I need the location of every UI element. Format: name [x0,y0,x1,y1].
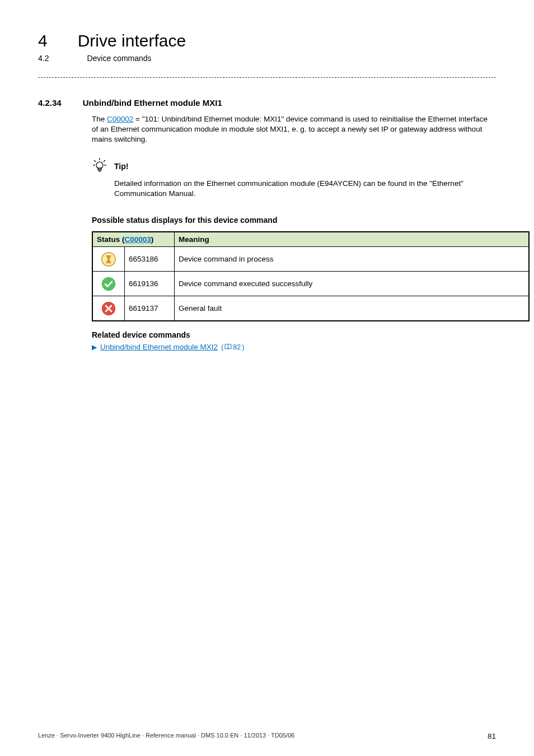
check-icon [97,277,120,291]
subsection-number: 4.2 [38,54,49,63]
subsection-header: 4.2 Device commands [38,54,496,63]
svg-line-2 [104,160,105,162]
footer-text: Lenze · Servo-Inverter 9400 HighLine · R… [38,732,294,740]
status-table: Status (C00003) Meaning [92,231,530,321]
status-meaning: General fault [175,296,529,321]
page-footer: Lenze · Servo-Inverter 9400 HighLine · R… [38,732,496,740]
th-status-post: ) [151,235,154,244]
related-link[interactable]: Unbind/bind Ethernet module MXI2 [100,343,218,351]
page-ref-num: 82 [233,343,241,351]
subsection-title: Device commands [87,54,151,63]
book-icon [224,343,232,351]
related-link-row: ▶ Unbind/bind Ethernet module MXI2 ( 82 … [92,343,496,351]
tip-label: Tip! [114,162,128,171]
code-link-c00003[interactable]: C00003 [125,235,151,244]
status-meaning: Device command executed successfully [175,272,529,296]
svg-point-5 [96,162,103,169]
chapter-title: Drive interface [78,31,186,50]
divider [38,77,496,78]
intro-paragraph: The C00002 = "101: Unbind/bind Ethernet … [92,114,496,145]
page-ref[interactable]: ( 82 ) [221,343,244,351]
section-title: Unbind/bind Ethernet module MXI1 [83,98,222,108]
svg-line-1 [94,160,96,162]
section-header: 4.2.34 Unbind/bind Ethernet module MXI1 [38,98,496,108]
code-link-c00002[interactable]: C00002 [107,115,133,123]
intro-mid: = "101: Unbind/bind Ethernet module: MXI… [92,115,488,143]
table-row: 6619136 Device command executed successf… [93,272,529,296]
th-status-pre: Status ( [97,235,125,244]
right-arrow-icon: ▶ [92,343,97,351]
svg-rect-10 [106,255,111,256]
table-row: 6653186 Device command in process [93,247,529,272]
lightbulb-icon [92,157,107,175]
section-number: 4.2.34 [38,98,62,108]
status-icon-cell [93,272,125,296]
status-icon-cell [93,296,125,321]
hourglass-icon [97,252,120,267]
status-meaning: Device command in process [175,247,529,272]
cross-icon [97,301,120,316]
intro-pre: The [92,115,107,123]
status-icon-cell [93,247,125,272]
status-code: 6619136 [125,272,175,296]
paren-open: ( [221,343,223,351]
related-heading: Related device commands [92,330,496,339]
tip-text: Detailed information on the Ethernet com… [114,179,506,199]
table-header-status: Status (C00003) [93,232,175,247]
status-table-heading: Possible status displays for this device… [92,216,496,225]
table-header-meaning: Meaning [175,232,529,247]
svg-point-13 [102,278,115,290]
status-code: 6653186 [125,247,175,272]
tip-row: Tip! [92,157,496,175]
chapter-number: 4 [38,31,48,50]
status-code: 6619137 [125,296,175,321]
paren-close: ) [242,343,244,351]
table-row: 6619137 General fault [93,296,529,321]
chapter-header: 4 Drive interface [38,31,496,50]
page-number: 81 [488,732,496,740]
svg-rect-11 [106,262,111,263]
